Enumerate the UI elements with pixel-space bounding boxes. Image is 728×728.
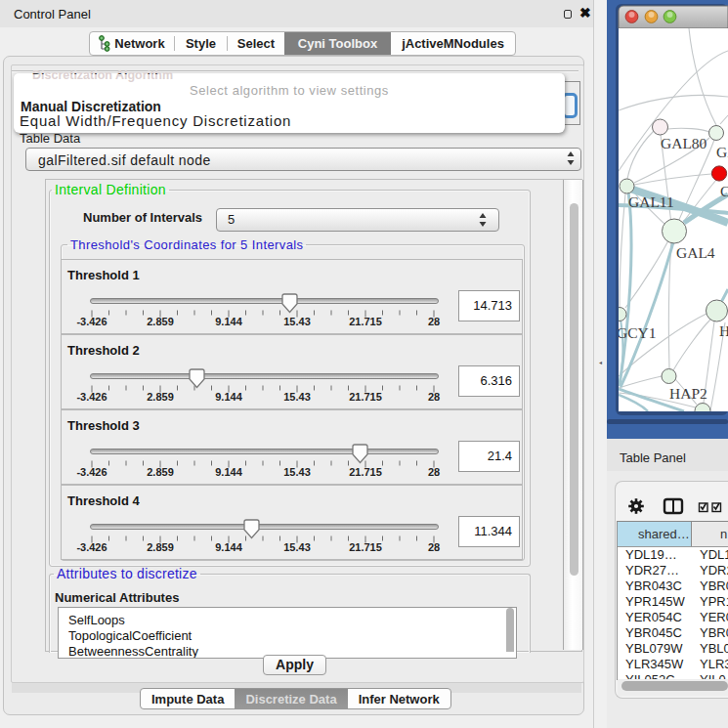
svg-text:C: C (720, 183, 728, 199)
svg-text:HAP2: HAP2 (669, 385, 707, 402)
svg-text:GAL4: GAL4 (676, 244, 715, 261)
svg-text:GAL11: GAL11 (628, 193, 674, 210)
svg-text:GAL80: GAL80 (661, 135, 707, 151)
svg-text:GA: GA (716, 144, 728, 160)
svg-text:GCY1: GCY1 (617, 324, 656, 341)
svg-text:H: H (719, 322, 728, 339)
